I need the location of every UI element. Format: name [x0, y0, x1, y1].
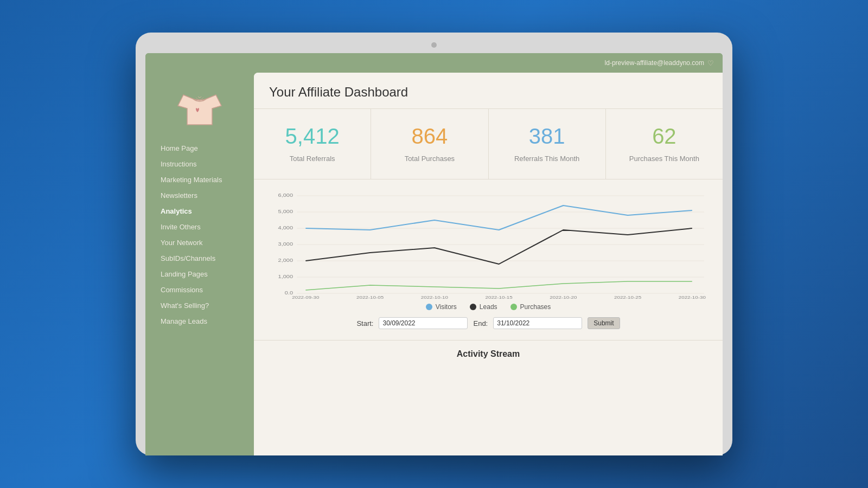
legend-visitors: Visitors	[426, 303, 457, 311]
activity-section: Activity Stream	[254, 340, 723, 368]
sidebar-item-newsletters[interactable]: Newsletters	[156, 188, 243, 203]
start-label: Start:	[356, 319, 373, 328]
svg-text:2022-09-30: 2022-09-30	[292, 295, 319, 299]
date-range-section: Start: End: Submit	[269, 317, 707, 329]
stat-referrals-month: 381 Referrals This Month	[489, 109, 606, 179]
total-referrals-number: 5,412	[267, 124, 358, 149]
legend-leads: Leads	[470, 303, 497, 311]
sidebar-navigation: Home Page Instructions Marketing Materia…	[145, 141, 254, 329]
sidebar-item-commissions[interactable]: Commissions	[156, 282, 243, 297]
total-referrals-label: Total Referrals	[267, 154, 358, 164]
legend-purchases: Purchases	[510, 303, 551, 311]
referrals-month-label: Referrals This Month	[502, 154, 592, 164]
stats-row: 5,412 Total Referrals 864 Total Purchase…	[254, 109, 723, 179]
purchases-dot	[510, 304, 517, 310]
sidebar-item-home[interactable]: Home Page	[156, 141, 243, 156]
referrals-month-number: 381	[502, 124, 592, 149]
leads-dot	[470, 304, 476, 310]
stat-total-purchases: 864 Total Purchases	[371, 109, 488, 179]
svg-text:2,000: 2,000	[278, 258, 293, 263]
sidebar-item-landing[interactable]: Landing Pages	[156, 267, 243, 281]
screen-body: Home Page Instructions Marketing Materia…	[145, 73, 723, 455]
visitors-dot	[426, 304, 432, 310]
purchases-label: Purchases	[520, 303, 551, 311]
sidebar-item-subids[interactable]: SubIDs/Channels	[156, 251, 243, 266]
monitor: ld-preview-affiliate@leaddyno.com ♡	[136, 33, 732, 455]
tshirt-logo	[175, 81, 224, 130]
stat-purchases-month: 62 Purchases This Month	[606, 109, 723, 179]
svg-text:2022-10-25: 2022-10-25	[614, 295, 641, 299]
dashboard-header: Your Affiliate Dashboard	[254, 73, 723, 109]
chart-container: 6,000 5,000 4,000 3,000 2,000 1,000 0.0	[269, 190, 707, 299]
chart-legend: Visitors Leads Purchases	[269, 303, 707, 311]
visitors-label: Visitors	[436, 303, 457, 311]
heart-icon: ♡	[707, 59, 714, 67]
chart-area: 6,000 5,000 4,000 3,000 2,000 1,000 0.0	[254, 179, 723, 340]
svg-text:6,000: 6,000	[278, 192, 293, 198]
main-content: Your Affiliate Dashboard 5,412 Total Ref…	[254, 73, 723, 455]
leads-label: Leads	[480, 303, 497, 311]
sidebar-item-selling[interactable]: What's Selling?	[156, 298, 243, 313]
svg-text:2022-10-20: 2022-10-20	[550, 295, 577, 299]
submit-button[interactable]: Submit	[588, 317, 620, 329]
end-label: End:	[473, 319, 488, 328]
svg-text:5,000: 5,000	[278, 209, 293, 214]
total-purchases-label: Total Purchases	[384, 154, 475, 164]
sidebar-item-invite[interactable]: Invite Others	[156, 220, 243, 234]
svg-text:1,000: 1,000	[278, 274, 293, 279]
end-date-input[interactable]	[493, 317, 582, 329]
sidebar-item-instructions[interactable]: Instructions	[156, 157, 243, 171]
total-purchases-number: 864	[384, 124, 475, 149]
svg-text:2022-10-15: 2022-10-15	[486, 295, 513, 299]
stat-total-referrals: 5,412 Total Referrals	[254, 109, 371, 179]
start-date-input[interactable]	[379, 317, 468, 329]
svg-text:2022-10-10: 2022-10-10	[421, 295, 448, 299]
monitor-screen: ld-preview-affiliate@leaddyno.com ♡	[145, 53, 723, 455]
user-email: ld-preview-affiliate@leaddyno.com ♡	[605, 59, 714, 67]
svg-text:3,000: 3,000	[278, 241, 293, 247]
svg-text:2022-10-30: 2022-10-30	[679, 295, 706, 299]
svg-text:4,000: 4,000	[278, 225, 293, 230]
svg-text:2022-10-05: 2022-10-05	[356, 295, 384, 299]
purchases-month-label: Purchases This Month	[619, 154, 710, 164]
sidebar-item-network[interactable]: Your Network	[156, 235, 243, 250]
monitor-camera	[431, 42, 437, 48]
sidebar: Home Page Instructions Marketing Materia…	[145, 73, 254, 455]
activity-title: Activity Stream	[269, 349, 707, 359]
page-title: Your Affiliate Dashboard	[269, 85, 707, 100]
sidebar-item-analytics[interactable]: Analytics	[156, 204, 243, 219]
sidebar-item-leads[interactable]: Manage Leads	[156, 314, 243, 329]
sidebar-item-marketing[interactable]: Marketing Materials	[156, 172, 243, 187]
analytics-chart: 6,000 5,000 4,000 3,000 2,000 1,000 0.0	[269, 190, 707, 299]
screen-topbar: ld-preview-affiliate@leaddyno.com ♡	[145, 53, 723, 73]
purchases-month-number: 62	[619, 124, 710, 149]
